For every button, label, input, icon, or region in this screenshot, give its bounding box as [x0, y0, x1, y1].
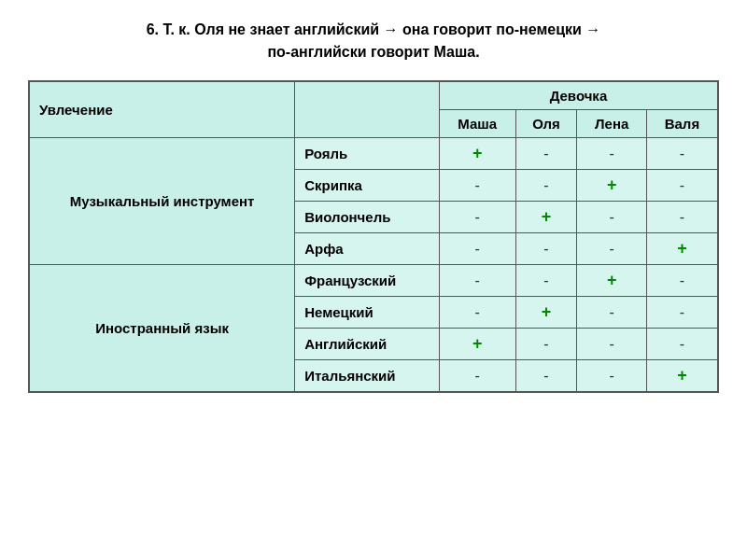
- cell-0-3-0: -: [439, 233, 515, 265]
- minus-icon: -: [680, 304, 684, 320]
- minus-icon: -: [543, 241, 548, 257]
- sub-label-0-3: Арфа: [295, 233, 440, 265]
- sub-label-1-0: Французский: [295, 265, 440, 297]
- plus-icon: +: [472, 334, 483, 353]
- cell-1-3-2: -: [577, 360, 646, 393]
- minus-icon: -: [475, 273, 480, 288]
- sub-label-1-2: Английский: [295, 329, 440, 360]
- plus-icon: +: [542, 302, 552, 321]
- cell-0-1-3: -: [646, 170, 718, 202]
- minus-icon: -: [475, 368, 480, 384]
- cell-1-0-3: -: [646, 265, 718, 297]
- minus-icon: -: [610, 209, 614, 225]
- minus-icon: -: [543, 336, 548, 352]
- col-lena: Лена: [577, 110, 646, 138]
- cell-0-2-3: -: [646, 202, 718, 233]
- col-olya: Оля: [515, 110, 577, 138]
- cell-1-2-3: -: [646, 329, 718, 360]
- minus-icon: -: [475, 209, 480, 225]
- minus-icon: -: [610, 146, 614, 161]
- page-title: 6. Т. к. Оля не знает английский → она г…: [147, 19, 601, 63]
- minus-icon: -: [680, 336, 684, 352]
- table-row: Иностранный языкФранцузский--+-: [29, 265, 718, 297]
- group-label-0: Музыкальный инструмент: [29, 138, 295, 265]
- plus-icon: +: [472, 144, 483, 162]
- group-label-1: Иностранный язык: [29, 265, 295, 393]
- cell-1-1-1: +: [515, 297, 577, 329]
- cell-0-3-1: -: [515, 233, 577, 265]
- cell-0-0-1: -: [515, 138, 577, 170]
- plus-icon: +: [677, 366, 687, 385]
- table-wrapper: Увлечение Девочка Маша Оля Лена Валя Муз…: [28, 80, 719, 393]
- minus-icon: -: [610, 241, 614, 257]
- minus-icon: -: [543, 368, 548, 384]
- cell-0-2-0: -: [439, 202, 515, 233]
- cell-0-3-3: +: [646, 233, 718, 265]
- minus-icon: -: [680, 209, 684, 225]
- plus-icon: +: [542, 207, 552, 226]
- minus-icon: -: [610, 304, 614, 320]
- sub-label-0-0: Рояль: [295, 138, 440, 170]
- header-devochka: Девочка: [439, 81, 718, 110]
- cell-1-2-0: +: [439, 329, 515, 360]
- cell-0-1-1: -: [515, 170, 577, 202]
- minus-icon: -: [680, 273, 684, 288]
- cell-1-1-0: -: [439, 297, 515, 329]
- cell-1-3-1: -: [515, 360, 577, 393]
- cell-0-3-2: -: [577, 233, 646, 265]
- sub-label-0-1: Скрипка: [295, 170, 440, 202]
- cell-0-1-2: +: [577, 170, 646, 202]
- cell-1-1-2: -: [577, 297, 646, 329]
- cell-0-0-0: +: [439, 138, 515, 170]
- sub-label-0-2: Виолончель: [295, 202, 440, 233]
- table-row: Музыкальный инструментРояль+---: [29, 138, 718, 170]
- sub-label-1-1: Немецкий: [295, 297, 440, 329]
- cell-0-1-0: -: [439, 170, 515, 202]
- minus-icon: -: [610, 368, 614, 384]
- minus-icon: -: [475, 304, 480, 320]
- sub-label-1-3: Итальянский: [295, 360, 440, 393]
- minus-icon: -: [475, 177, 480, 193]
- cell-1-3-3: +: [646, 360, 718, 393]
- cell-0-0-3: -: [646, 138, 718, 170]
- minus-icon: -: [475, 241, 480, 257]
- cell-1-0-2: +: [577, 265, 646, 297]
- col-masha: Маша: [439, 110, 515, 138]
- cell-1-2-1: -: [515, 329, 577, 360]
- plus-icon: +: [677, 239, 687, 258]
- main-table: Увлечение Девочка Маша Оля Лена Валя Муз…: [28, 80, 719, 393]
- minus-icon: -: [543, 177, 548, 193]
- cell-0-2-2: -: [577, 202, 646, 233]
- cell-1-2-2: -: [577, 329, 646, 360]
- plus-icon: +: [607, 271, 617, 289]
- cell-1-0-0: -: [439, 265, 515, 297]
- minus-icon: -: [680, 146, 684, 161]
- header-uvlechenie: Увлечение: [29, 81, 295, 138]
- minus-icon: -: [543, 273, 548, 288]
- col-valya: Валя: [646, 110, 718, 138]
- cell-0-0-2: -: [577, 138, 646, 170]
- minus-icon: -: [543, 146, 548, 161]
- cell-1-3-0: -: [439, 360, 515, 393]
- minus-icon: -: [610, 336, 614, 352]
- cell-1-1-3: -: [646, 297, 718, 329]
- cell-1-0-1: -: [515, 265, 577, 297]
- minus-icon: -: [680, 177, 684, 193]
- plus-icon: +: [607, 175, 617, 194]
- cell-0-2-1: +: [515, 202, 577, 233]
